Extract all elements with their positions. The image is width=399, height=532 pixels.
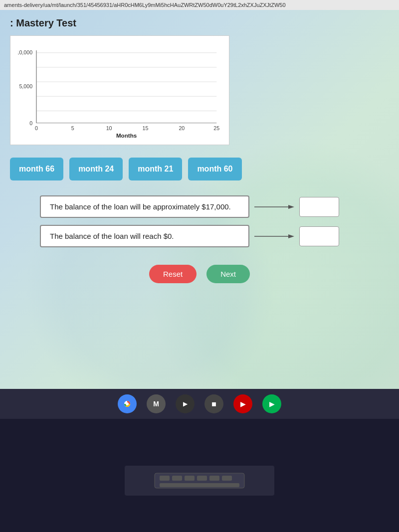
action-buttons: Reset Next bbox=[0, 252, 399, 296]
svg-marker-20 bbox=[288, 234, 294, 238]
main-screen: : Mastery Test 10,000 5,000 0 0 5 10 15 … bbox=[0, 10, 399, 389]
svg-text:10,000: 10,000 bbox=[18, 49, 32, 55]
chrome-icon[interactable] bbox=[118, 394, 137, 413]
svg-text:5: 5 bbox=[71, 125, 74, 131]
statement-row-2: The balance of the loan will reach $0. bbox=[40, 225, 359, 247]
google-drive-icon[interactable]: ◼ bbox=[204, 394, 223, 413]
reset-button[interactable]: Reset bbox=[149, 265, 197, 283]
arrow-1 bbox=[254, 202, 294, 212]
youtube-icon[interactable]: ▶ bbox=[233, 394, 252, 413]
month-66-button[interactable]: month 66 bbox=[10, 158, 63, 180]
month-24-button[interactable]: month 24 bbox=[69, 158, 123, 180]
svg-text:15: 15 bbox=[143, 125, 149, 131]
answer-box-2[interactable] bbox=[299, 226, 339, 246]
svg-rect-27 bbox=[197, 476, 207, 481]
svg-rect-28 bbox=[209, 476, 219, 481]
month-60-button[interactable]: month 60 bbox=[188, 158, 241, 180]
browser-url-bar: aments-delivery/ua/mt/launch/351/4545693… bbox=[0, 0, 399, 10]
taskbar: M ▶ ◼ ▶ ▶ bbox=[0, 389, 399, 419]
chart-container: 10,000 5,000 0 0 5 10 15 20 25 Months bbox=[10, 35, 229, 145]
keyboard-area bbox=[125, 466, 274, 496]
statements-area: The balance of the loan will be approxim… bbox=[0, 190, 399, 252]
gmail-icon[interactable]: M bbox=[147, 394, 166, 413]
arrow-2 bbox=[254, 231, 294, 241]
svg-text:25: 25 bbox=[213, 125, 219, 131]
svg-marker-18 bbox=[288, 205, 294, 209]
svg-text:10: 10 bbox=[106, 125, 112, 131]
svg-text:20: 20 bbox=[179, 125, 185, 131]
bottom-area bbox=[0, 419, 399, 532]
svg-rect-25 bbox=[172, 476, 182, 481]
svg-point-22 bbox=[126, 402, 129, 405]
svg-text:0: 0 bbox=[35, 125, 38, 131]
next-button[interactable]: Next bbox=[206, 265, 250, 283]
statement-1-box: The balance of the loan will be approxim… bbox=[40, 195, 249, 218]
play-store-icon[interactable]: ▶ bbox=[262, 394, 281, 413]
month-21-button[interactable]: month 21 bbox=[129, 158, 182, 180]
svg-text:5,000: 5,000 bbox=[19, 83, 32, 89]
statement-2-box: The balance of the loan will reach $0. bbox=[40, 225, 249, 247]
svg-text:0: 0 bbox=[29, 121, 32, 127]
month-buttons-row: month 66 month 24 month 21 month 60 bbox=[0, 148, 399, 190]
svg-rect-24 bbox=[160, 476, 170, 481]
svg-rect-30 bbox=[160, 483, 239, 487]
svg-rect-29 bbox=[222, 476, 232, 481]
statement-row-1: The balance of the loan will be approxim… bbox=[40, 195, 359, 218]
chart-svg: 10,000 5,000 0 0 5 10 15 20 25 Months bbox=[18, 41, 221, 142]
svg-rect-26 bbox=[185, 476, 195, 481]
google-meet-icon[interactable]: ▶ bbox=[176, 394, 195, 413]
svg-text:Months: Months bbox=[116, 132, 137, 139]
page-title: : Mastery Test bbox=[0, 10, 399, 33]
answer-box-1[interactable] bbox=[299, 197, 339, 217]
